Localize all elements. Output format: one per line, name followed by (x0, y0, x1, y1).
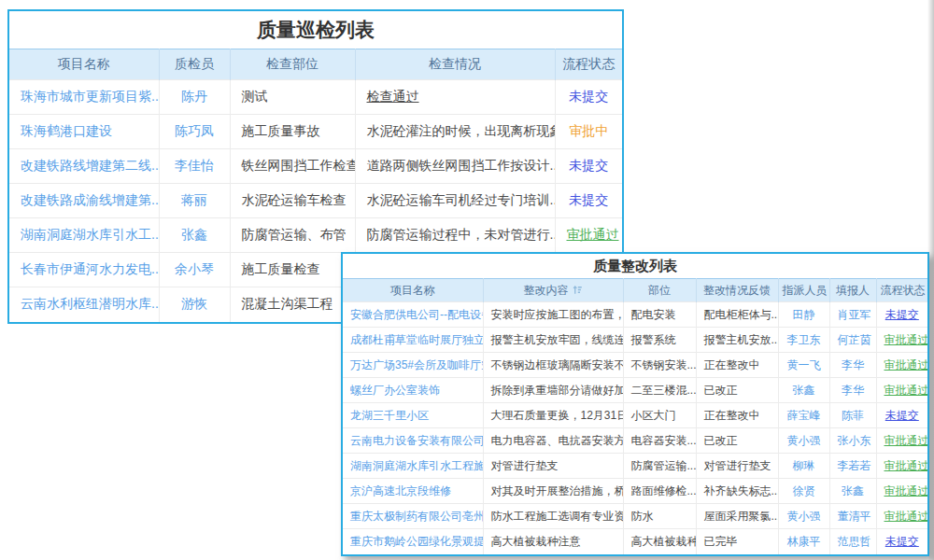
column-header-content[interactable]: 整改内容 (483, 279, 623, 302)
person-link[interactable]: 肖亚军 (838, 308, 871, 321)
project-link[interactable]: 成都杜甫草堂临时展厅独立展... (350, 333, 483, 346)
cell-text: 配电安装 (631, 308, 676, 321)
status-link[interactable]: 未提交 (569, 89, 608, 104)
cell-content: 安装时应按施工图的布置，将... (483, 302, 623, 328)
table-row: 万达广场35#会所及咖啡厅空...不锈钢边框玻璃隔断安装不牢...不锈钢安装..… (343, 353, 927, 378)
person-link[interactable]: 薛宝峰 (787, 409, 821, 422)
person-link[interactable]: 董清平 (838, 510, 871, 523)
cell-part: 混凝土沟渠工程 (230, 287, 355, 322)
column-header-label: 项目名称 (58, 56, 110, 71)
person-link[interactable]: 游恢 (181, 296, 207, 311)
person-link[interactable]: 李若若 (838, 459, 871, 472)
status-link[interactable]: 未提交 (885, 535, 919, 548)
project-link[interactable]: 长春市伊通河水力发电... (21, 261, 159, 276)
cell-link[interactable]: 检查通过 (367, 89, 419, 104)
person-link[interactable]: 陈菲 (842, 409, 864, 422)
person-link[interactable]: 李卫东 (787, 333, 821, 346)
cell-text: 拆除到承重墙部分请做好加固... (491, 384, 624, 397)
cell-inspector: 张鑫 (159, 218, 230, 253)
status-link[interactable]: 审批通过 (884, 434, 928, 447)
project-link[interactable]: 万达广场35#会所及咖啡厅空... (350, 358, 483, 371)
header-row: 项目名称质检员检查部位检查情况流程状态 (9, 49, 622, 80)
person-link[interactable]: 黄小强 (787, 510, 821, 523)
cell-assignee: 黄小强 (778, 428, 829, 454)
cell-project: 成都杜甫草堂临时展厅独立展... (343, 328, 483, 353)
person-link[interactable]: 张小东 (838, 434, 871, 447)
project-link[interactable]: 云南电力设备安装有限公司20... (350, 434, 483, 447)
person-link[interactable]: 张鑫 (181, 227, 207, 242)
cell-text: 已改正 (704, 434, 738, 447)
person-link[interactable]: 张鑫 (842, 484, 864, 497)
sort-ascending-icon[interactable] (573, 285, 583, 298)
status-link[interactable]: 审批通过 (567, 227, 619, 242)
table-row: 重庆太极制药有限公司亳州中...防水工程施工选调有专业资质...防水屋面采用聚氯… (343, 504, 927, 529)
cell-status: 审批中 (555, 115, 622, 149)
status-link[interactable]: 审批通过 (884, 484, 928, 497)
cell-project: 重庆太极制药有限公司亳州中... (343, 504, 483, 529)
cell-reporter: 陈菲 (829, 403, 876, 428)
status-link[interactable]: 未提交 (885, 409, 919, 422)
person-link[interactable]: 蒋丽 (181, 192, 207, 207)
status-link[interactable]: 审批中 (569, 123, 608, 138)
cell-text: 防水工程施工选调有专业资质... (491, 510, 624, 523)
person-link[interactable]: 林康平 (787, 535, 821, 548)
person-link[interactable]: 李佳怡 (175, 158, 214, 173)
rectification-table: 项目名称整改内容部位整改情况反馈指派人员填报人流程状态安徽合肥供电公司--配电设… (343, 278, 927, 554)
project-link[interactable]: 改建铁路成渝线增建第... (21, 192, 159, 207)
cell-text: 水泥砼运输车检查 (242, 192, 347, 207)
project-link[interactable]: 重庆市鹅岭公园绿化景观提升... (350, 535, 483, 548)
person-link[interactable]: 李华 (842, 358, 864, 371)
cell-text: 电容器安装... (631, 434, 697, 447)
person-link[interactable]: 陈巧凤 (175, 123, 214, 138)
cell-situation: 防腐管运输过程中，未对管进行... (355, 218, 555, 253)
person-link[interactable]: 黄一飞 (787, 358, 821, 371)
cell-status: 审批通过 (876, 328, 927, 353)
column-header-label: 填报人 (836, 284, 870, 297)
cell-assignee: 张鑫 (778, 378, 829, 403)
cell-text: 施工质量检查 (242, 261, 320, 276)
person-link[interactable]: 陈丹 (181, 89, 207, 104)
cell-assignee: 田静 (778, 302, 829, 328)
cell-status: 审批通过 (876, 504, 927, 529)
cell-text: 铁丝网围挡工作检查 (242, 158, 356, 173)
person-link[interactable]: 李华 (842, 384, 864, 397)
table-title: 质量巡检列表 (9, 11, 622, 49)
project-link[interactable]: 云南水利枢纽潜明水库... (21, 296, 159, 311)
person-link[interactable]: 范思哲 (838, 535, 871, 548)
person-link[interactable]: 张鑫 (793, 384, 815, 397)
person-link[interactable]: 田静 (793, 308, 815, 321)
project-link[interactable]: 螺丝厂办公室装饰 (350, 384, 440, 397)
person-link[interactable]: 黄小强 (787, 434, 821, 447)
project-link[interactable]: 珠海市城市更新项目紫... (21, 89, 159, 104)
project-link[interactable]: 珠海鹤港口建设 (21, 123, 112, 138)
table-row: 龙湖三千里小区大理石质量更换，12月31日之...小区大门正在整改中薛宝峰陈菲未… (343, 403, 927, 428)
cell-status: 审批通过 (555, 218, 622, 253)
table-row: 京沪高速北京段维修对其及时开展整治措施，桥头...路面维修检...补齐缺失标志.… (343, 479, 927, 504)
person-link[interactable]: 余小琴 (175, 261, 214, 276)
project-link[interactable]: 湖南洞庭湖水库引水工... (21, 227, 159, 242)
status-link[interactable]: 审批通过 (884, 333, 928, 346)
project-link[interactable]: 龙湖三千里小区 (350, 409, 429, 422)
project-link[interactable]: 京沪高速北京段维修 (350, 484, 451, 497)
project-link[interactable]: 安徽合肥供电公司--配电设备... (350, 308, 483, 321)
cell-project: 重庆市鹅岭公园绿化景观提升... (343, 529, 483, 554)
cell-inspector: 陈丹 (159, 80, 230, 115)
project-link[interactable]: 改建铁路线增建第二线... (21, 158, 159, 173)
person-link[interactable]: 何芷茵 (838, 333, 871, 346)
status-link[interactable]: 审批通过 (884, 459, 928, 472)
status-link[interactable]: 审批通过 (884, 384, 928, 397)
person-link[interactable]: 柳琳 (793, 459, 815, 472)
status-link[interactable]: 未提交 (885, 308, 919, 321)
table-row: 安徽合肥供电公司--配电设备...安装时应按施工图的布置，将...配电安装配电柜… (343, 302, 927, 328)
cell-project: 万达广场35#会所及咖啡厅空... (343, 353, 483, 378)
status-link[interactable]: 未提交 (569, 192, 608, 207)
status-link[interactable]: 未提交 (569, 158, 608, 173)
project-link[interactable]: 湖南洞庭湖水库引水工程施工I标 (350, 459, 483, 472)
column-header-label: 部位 (648, 284, 671, 297)
status-link[interactable]: 审批通过 (884, 510, 928, 523)
person-link[interactable]: 徐贤 (793, 484, 815, 497)
cell-text: 不锈钢安装... (631, 358, 697, 371)
cell-part: 防腐管运输、布管 (230, 218, 355, 253)
project-link[interactable]: 重庆太极制药有限公司亳州中... (350, 510, 483, 523)
status-link[interactable]: 审批通过 (884, 358, 928, 371)
